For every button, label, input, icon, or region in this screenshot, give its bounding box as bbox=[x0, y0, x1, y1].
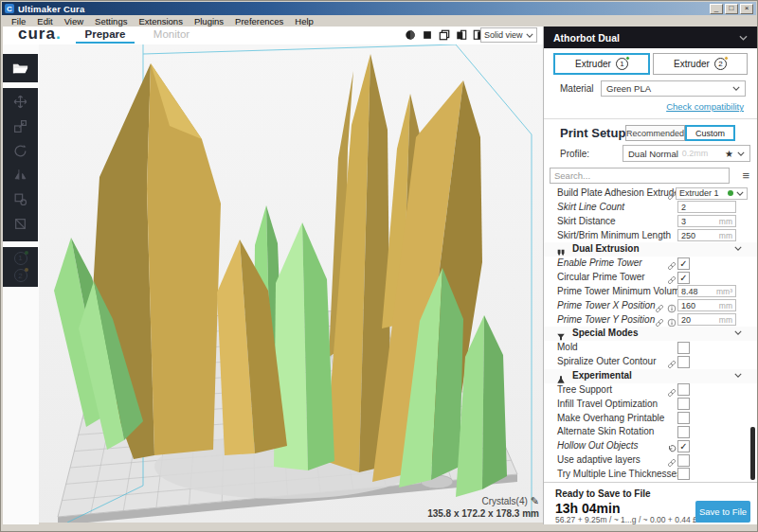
setting-checkbox[interactable] bbox=[677, 454, 690, 467]
check-compatibility-link[interactable]: Check compatibility bbox=[666, 101, 744, 112]
menu-extensions[interactable]: Extensions bbox=[133, 16, 188, 27]
per-model-settings-tool-icon[interactable] bbox=[13, 192, 27, 210]
setting-row-skirt-line-count[interactable]: Skirt Line Count2 bbox=[544, 201, 757, 215]
material-label: Material bbox=[560, 83, 594, 94]
setting-value-input[interactable]: 20mm bbox=[677, 313, 736, 326]
tab-monitor[interactable]: Monitor bbox=[143, 28, 200, 40]
extruder-2-select[interactable]: 2 bbox=[14, 269, 27, 282]
tab-prepare[interactable]: Prepare bbox=[77, 28, 134, 40]
setting-row-skirt-brim-minimum-length[interactable]: Skirt/Brim Minimum Length250mm bbox=[544, 229, 757, 243]
view-mode-dropdown[interactable]: Solid view bbox=[480, 27, 537, 43]
support-blocker-tool-icon[interactable] bbox=[13, 217, 27, 235]
3d-viewport[interactable]: Crystals(4) ✎ 135.8 x 172.2 x 178.3 mm bbox=[39, 44, 543, 524]
setting-value-input[interactable]: 2 bbox=[677, 201, 736, 213]
extruder-2-tab[interactable]: Extruder 2 bbox=[653, 53, 748, 75]
setting-row-skirt-distance[interactable]: Skirt Distance3mm bbox=[544, 215, 757, 229]
view-top-icon[interactable] bbox=[439, 29, 450, 41]
minimize-button[interactable]: _ bbox=[710, 4, 723, 14]
setting-checkbox[interactable]: ✓ bbox=[677, 257, 690, 270]
setting-label: Prime Tower Y Position bbox=[557, 314, 655, 325]
chevron-down-icon[interactable] bbox=[734, 246, 742, 251]
settings-filter-menu-icon[interactable]: ≡ bbox=[742, 168, 749, 183]
chevron-down-icon bbox=[739, 35, 748, 41]
setting-row-hollow-out-objects[interactable]: Hollow Out Objects✓ bbox=[544, 439, 757, 453]
setting-row-infill-travel-optimization[interactable]: Infill Travel Optimization bbox=[544, 398, 757, 412]
view-front-icon[interactable] bbox=[422, 29, 433, 41]
setting-row-circular-prime-tower[interactable]: Circular Prime Tower✓ bbox=[544, 271, 757, 285]
menu-settings[interactable]: Settings bbox=[89, 16, 133, 27]
setting-label: Prime Tower X Position bbox=[557, 300, 656, 310]
profile-dropdown[interactable]: Dual Normal 0.2mm ★ bbox=[623, 145, 750, 162]
setting-checkbox[interactable] bbox=[677, 468, 690, 480]
setting-checkbox[interactable] bbox=[677, 342, 690, 354]
view-left-icon[interactable] bbox=[456, 29, 467, 41]
setting-checkbox[interactable] bbox=[677, 426, 690, 438]
app-icon: C bbox=[5, 4, 14, 13]
material-dropdown[interactable]: Green PLA bbox=[601, 80, 746, 97]
setting-checkbox[interactable] bbox=[677, 398, 690, 410]
setting-label: Prime Tower Minimum Volume bbox=[557, 286, 685, 296]
menu-view[interactable]: View bbox=[59, 16, 89, 27]
setting-row-try-multiple-line-thicknesses[interactable]: Try Multiple Line Thicknesses bbox=[544, 468, 757, 482]
setting-checkbox[interactable] bbox=[677, 356, 690, 368]
setting-unit: mm bbox=[719, 315, 732, 325]
setting-row-enable-prime-tower[interactable]: Enable Prime Tower✓ bbox=[544, 257, 757, 271]
chevron-down-icon[interactable] bbox=[734, 373, 742, 378]
setting-row-prime-tower-minimum-volume[interactable]: Prime Tower Minimum Volume8.48mm³ bbox=[544, 285, 757, 299]
settings-section-dual-extrusion[interactable]: Dual Extrusion bbox=[544, 242, 757, 257]
setting-value-input[interactable]: 160mm bbox=[677, 299, 736, 311]
settings-section-special-modes[interactable]: Special Modes bbox=[544, 327, 757, 341]
maximize-button[interactable]: □ bbox=[725, 4, 738, 14]
setting-row-tree-support[interactable]: Tree Support bbox=[544, 383, 757, 398]
setting-label: Infill Travel Optimization bbox=[557, 399, 658, 409]
printer-selector[interactable]: Athorbot Dual bbox=[544, 27, 757, 48]
rename-pencil-icon[interactable]: ✎ bbox=[531, 495, 539, 507]
settings-scrollbar[interactable] bbox=[750, 427, 755, 480]
setting-row-prime-tower-y-position[interactable]: Prime Tower Y Position20mm bbox=[544, 313, 757, 328]
setting-checkbox[interactable]: ✓ bbox=[677, 440, 690, 452]
mirror-tool-icon[interactable] bbox=[13, 168, 27, 186]
setting-dropdown[interactable]: Extruder 1 bbox=[676, 187, 748, 200]
close-button[interactable]: × bbox=[740, 4, 753, 14]
setting-checkbox[interactable] bbox=[677, 383, 690, 396]
setting-row-use-adaptive-layers[interactable]: Use adaptive layers bbox=[544, 453, 757, 468]
menu-plugins[interactable]: Plugins bbox=[189, 16, 229, 27]
settings-search-input[interactable] bbox=[550, 168, 730, 184]
extruder-1-select[interactable]: 1 bbox=[14, 252, 27, 265]
save-to-file-button[interactable]: Save to File bbox=[695, 501, 750, 523]
menu-preferences[interactable]: Preferences bbox=[229, 16, 289, 27]
chevron-down-icon bbox=[736, 188, 744, 198]
scale-tool-icon[interactable] bbox=[13, 119, 27, 137]
setting-row-prime-tower-x-position[interactable]: Prime Tower X Position160mm bbox=[544, 299, 757, 313]
panel-divider bbox=[544, 118, 757, 119]
setting-label: Use adaptive layers bbox=[557, 454, 641, 465]
setting-row-alternate-skin-rotation[interactable]: Alternate Skin Rotation bbox=[544, 425, 757, 439]
setting-value-input[interactable]: 250mm bbox=[677, 229, 736, 241]
custom-mode-button[interactable]: Custom bbox=[685, 125, 735, 141]
star-icon[interactable]: ★ bbox=[725, 149, 733, 159]
setting-label: Circular Prime Tower bbox=[557, 272, 645, 282]
rotate-tool-icon[interactable] bbox=[13, 144, 27, 162]
recommended-mode-button[interactable]: Recommended bbox=[625, 125, 685, 141]
move-tool-icon[interactable] bbox=[13, 95, 27, 113]
view-3d-icon[interactable] bbox=[405, 29, 416, 41]
setting-unit: mm bbox=[719, 231, 732, 240]
extruder-1-tab[interactable]: Extruder 1 bbox=[553, 53, 650, 75]
settings-section-experimental[interactable]: Experimental bbox=[544, 369, 757, 383]
chevron-down-icon[interactable] bbox=[734, 330, 742, 335]
setting-value-input[interactable]: 3mm bbox=[677, 215, 736, 227]
menu-help[interactable]: Help bbox=[289, 16, 319, 27]
output-panel: Ready to Save to File 13h 04min 56.27 + … bbox=[544, 482, 757, 524]
setting-checkbox[interactable] bbox=[677, 412, 690, 424]
setting-value-input[interactable]: 8.48mm³ bbox=[677, 285, 736, 297]
setting-unit: mm bbox=[719, 301, 732, 310]
setting-row-build-plate-adhesion-extruder[interactable]: Build Plate Adhesion ExtruderExtruder 1 bbox=[544, 186, 757, 201]
setting-checkbox[interactable]: ✓ bbox=[677, 272, 690, 284]
setting-row-mold[interactable]: Mold bbox=[544, 341, 757, 355]
setting-label: Skirt/Brim Minimum Length bbox=[557, 230, 671, 240]
setting-row-make-overhang-printable[interactable]: Make Overhang Printable bbox=[544, 412, 757, 426]
setting-row-spiralize-outer-contour[interactable]: Spiralize Outer Contour bbox=[544, 355, 757, 369]
setting-label: Tree Support bbox=[557, 384, 612, 395]
open-file-button[interactable] bbox=[3, 54, 38, 82]
model-name[interactable]: Crystals(4) ✎ bbox=[481, 495, 539, 507]
